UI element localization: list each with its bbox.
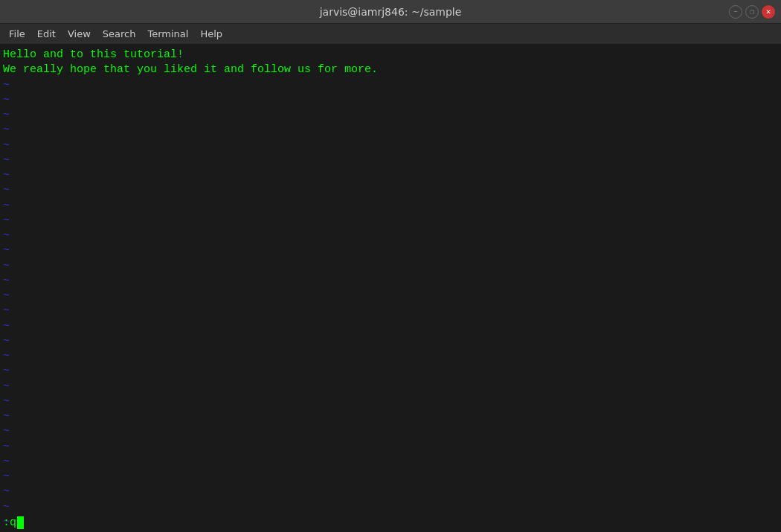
tilde-line: ~ <box>3 440 778 455</box>
minimize-icon: – <box>733 7 738 16</box>
title-bar: jarvis@iamrj846: ~/sample – ❐ ✕ <box>0 0 781 24</box>
tilde-line: ~ <box>3 455 778 469</box>
tilde-line: ~ <box>3 409 778 424</box>
tilde-line: ~ <box>3 274 778 289</box>
tilde-line: ~ <box>3 304 778 318</box>
tilde-line: ~ <box>3 168 778 183</box>
terminal-line-1: Hello and to this tutorial! <box>3 48 778 63</box>
menu-item-help[interactable]: Help <box>194 27 228 41</box>
tilde-line: ~ <box>3 123 778 138</box>
menu-item-terminal[interactable]: Terminal <box>141 27 194 41</box>
maximize-button[interactable]: ❐ <box>745 5 759 19</box>
tildes-container: ~~~~~~~~~~~~~~~~~~~~~~~~~~~~~~~~~~~~ <box>3 78 778 533</box>
tilde-line: ~ <box>3 153 778 168</box>
tilde-line: ~ <box>3 424 778 439</box>
window-title: jarvis@iamrj846: ~/sample <box>320 6 462 18</box>
command-text: :q <box>3 516 16 531</box>
menu-item-edit[interactable]: Edit <box>31 27 62 41</box>
tilde-line: ~ <box>3 78 778 93</box>
menu-item-view[interactable]: View <box>62 27 97 41</box>
cursor <box>17 516 24 529</box>
tilde-line: ~ <box>3 228 778 243</box>
tilde-line: ~ <box>3 334 778 349</box>
close-button[interactable]: ✕ <box>762 5 775 19</box>
tilde-line: ~ <box>3 394 778 409</box>
tilde-line: ~ <box>3 259 778 274</box>
tilde-line: ~ <box>3 138 778 153</box>
menu-item-file[interactable]: File <box>3 27 31 41</box>
close-icon: ✕ <box>766 7 771 16</box>
tilde-line: ~ <box>3 183 778 198</box>
tilde-line: ~ <box>3 364 778 379</box>
window-controls: – ❐ ✕ <box>729 5 775 19</box>
tilde-line: ~ <box>3 289 778 304</box>
tilde-line: ~ <box>3 108 778 123</box>
tilde-line: ~ <box>3 515 778 530</box>
tilde-line: ~ <box>3 500 778 515</box>
minimize-button[interactable]: – <box>729 5 742 19</box>
tilde-line: ~ <box>3 199 778 214</box>
menu-item-search[interactable]: Search <box>97 27 142 41</box>
command-line: :q <box>3 516 24 531</box>
terminal-content[interactable]: Hello and to this tutorial! We really ho… <box>0 45 781 532</box>
tilde-line: ~ <box>3 319 778 334</box>
tilde-line: ~ <box>3 379 778 394</box>
tilde-line: ~ <box>3 469 778 484</box>
tilde-line: ~ <box>3 214 778 228</box>
tilde-line: ~ <box>3 243 778 258</box>
tilde-line: ~ <box>3 349 778 364</box>
tilde-line: ~ <box>3 93 778 108</box>
tilde-line: ~ <box>3 484 778 499</box>
maximize-icon: ❐ <box>750 7 754 16</box>
menu-bar: File Edit View Search Terminal Help <box>0 24 781 45</box>
terminal-line-2: We really hope that you liked it and fol… <box>3 63 778 77</box>
